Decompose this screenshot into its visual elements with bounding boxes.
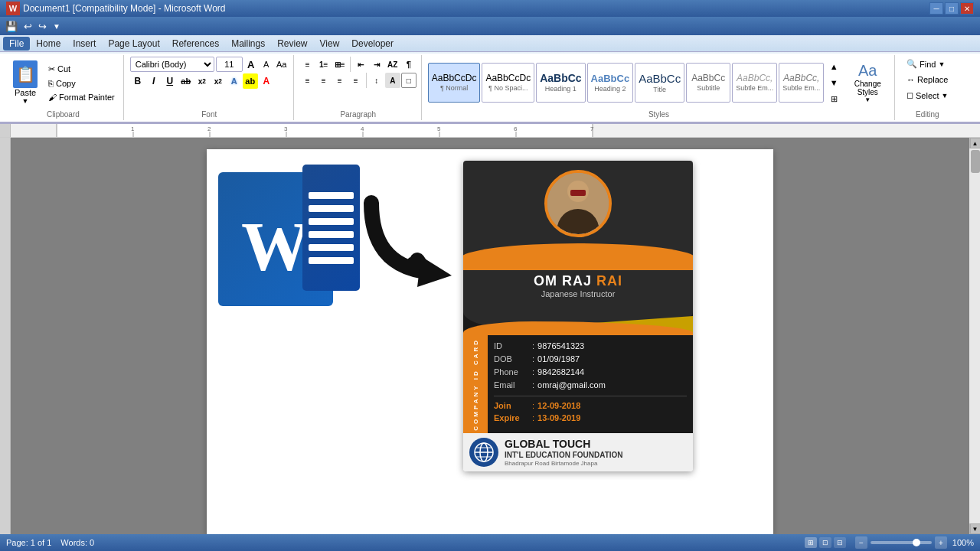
scroll-thumb[interactable]	[971, 150, 980, 173]
select-button[interactable]: ◻ Select ▼	[902, 88, 953, 103]
strikethrough-button[interactable]: ab	[178, 73, 194, 89]
change-styles-button[interactable]: Aa Change Styles ▼	[845, 59, 890, 106]
zoom-slider[interactable]	[871, 541, 932, 544]
style-heading2-preview: AaBbCc	[591, 73, 630, 83]
line-spacing-button[interactable]: ↕	[369, 73, 384, 88]
style-heading1-label: Heading 1	[545, 85, 577, 93]
underline-button[interactable]: U	[162, 73, 178, 89]
style-subtle-em2[interactable]: AaBbCc, Subtle Em...	[779, 63, 824, 103]
text-effect-button[interactable]: A	[227, 73, 242, 89]
orange-wave	[463, 243, 693, 270]
id-value-phone: 9842682144	[537, 367, 584, 377]
id-colon-2: :	[532, 354, 534, 364]
scroll-track[interactable]	[969, 148, 981, 523]
qat-customize-icon[interactable]: ▼	[51, 21, 63, 32]
font-color-button[interactable]: A	[259, 73, 274, 89]
clipboard-buttons: 📋 Paste ▼ ✂ Cut ⎘ Copy	[8, 57, 119, 109]
styles-arrows: ▲ ▼ ⊞	[827, 60, 841, 106]
numbering-button[interactable]: 1≡	[316, 57, 332, 72]
text-highlight-button[interactable]: ab	[243, 73, 258, 89]
style-subtle-em-preview: AaBbCc,	[737, 73, 773, 83]
zoom-slider-thumb	[913, 539, 920, 546]
scroll-up-button[interactable]: ▲	[970, 138, 981, 148]
id-field-email: Email : omraj@gmail.com	[494, 380, 687, 390]
zoom-out-button[interactable]: −	[855, 536, 867, 549]
change-styles-dropdown-icon: ▼	[864, 96, 871, 103]
word-line-1	[309, 192, 354, 199]
increase-indent-button[interactable]: ⇥	[369, 57, 384, 72]
sort-button[interactable]: AZ	[385, 57, 400, 72]
style-title[interactable]: AaBbCc Title	[635, 63, 684, 103]
cut-button[interactable]: ✂ Cut	[44, 63, 119, 76]
scroll-down-button[interactable]: ▼	[970, 523, 981, 534]
close-button[interactable]: ✕	[960, 2, 974, 15]
bullets-button[interactable]: ≡	[300, 57, 315, 72]
styles-scroll-up[interactable]: ▲	[827, 60, 841, 73]
shading-button[interactable]: A	[385, 73, 400, 88]
copy-icon: ⎘	[48, 79, 54, 88]
style-heading1[interactable]: AaBbCc Heading 1	[536, 63, 585, 103]
style-heading2[interactable]: AaBbCc Heading 2	[587, 63, 634, 103]
list-buttons-row: ≡ 1≡ ⊞≡ ⇤ ⇥ AZ ¶	[300, 57, 416, 72]
font-size-input[interactable]	[216, 57, 243, 72]
clipboard-side-buttons: ✂ Cut ⎘ Copy 🖌 Format Painter	[44, 63, 119, 103]
style-no-spacing-preview: AaBbCcDc	[485, 73, 531, 83]
maximize-button[interactable]: □	[945, 2, 959, 15]
menu-review[interactable]: Review	[271, 37, 313, 51]
clear-format-button[interactable]: Aa	[275, 57, 289, 71]
id-card-full-name: OM RAJ RAI	[471, 273, 685, 289]
web-view-button[interactable]: ⊟	[834, 537, 846, 548]
style-subtitle[interactable]: AaBbCc Subtitle	[686, 63, 730, 103]
menu-view[interactable]: View	[314, 37, 346, 51]
clipboard-group-label: Clipboard	[47, 110, 80, 119]
paste-button[interactable]: 📋 Paste ▼	[8, 57, 43, 109]
borders-button[interactable]: □	[401, 73, 416, 88]
style-no-spacing[interactable]: AaBbCcDc ¶ No Spaci...	[482, 63, 534, 103]
find-button[interactable]: 🔍 Find ▼	[902, 57, 949, 71]
grow-font-button[interactable]: A	[244, 57, 258, 71]
styles-more[interactable]: ⊞	[827, 92, 841, 106]
menu-insert[interactable]: Insert	[67, 37, 102, 51]
multilevel-button[interactable]: ⊞≡	[332, 57, 348, 72]
style-subtle-em[interactable]: AaBbCc, Subtle Em...	[732, 63, 777, 103]
font-name-select[interactable]: Calibri (Body)	[130, 57, 214, 72]
menu-home[interactable]: Home	[30, 37, 67, 51]
format-painter-icon: 🖌	[48, 93, 57, 102]
menu-file[interactable]: File	[3, 37, 30, 51]
align-right-button[interactable]: ≡	[332, 73, 348, 88]
menu-mailings[interactable]: Mailings	[225, 37, 271, 51]
bold-button[interactable]: B	[130, 73, 145, 89]
logo-arrow-container: W	[218, 161, 456, 314]
shrink-font-button[interactable]: A	[260, 57, 273, 71]
menu-references[interactable]: References	[166, 37, 225, 51]
qat-save-icon[interactable]: 💾	[3, 19, 20, 34]
styles-scroll-down[interactable]: ▼	[827, 76, 841, 90]
superscript-button[interactable]: x2	[211, 73, 226, 89]
document-canvas[interactable]: W	[11, 138, 969, 534]
zoom-in-button[interactable]: +	[935, 536, 947, 549]
decrease-indent-button[interactable]: ⇤	[353, 57, 368, 72]
id-colon-3: :	[532, 367, 534, 377]
id-card-footer: GLOBAL TOUCH INT'L EDUCATION FOUNDATION …	[463, 433, 693, 471]
qat-undo-icon[interactable]: ↩	[21, 19, 34, 34]
align-center-button[interactable]: ≡	[316, 73, 332, 88]
menu-developer[interactable]: Developer	[345, 37, 400, 51]
copy-button[interactable]: ⎘ Copy	[44, 77, 119, 90]
subscript-button[interactable]: x2	[194, 73, 210, 89]
format-painter-button[interactable]: 🖌 Format Painter	[44, 91, 119, 103]
vertical-scrollbar[interactable]: ▲ ▼	[969, 138, 980, 534]
italic-button[interactable]: I	[146, 73, 162, 89]
minimize-button[interactable]: ─	[929, 2, 943, 15]
show-hide-button[interactable]: ¶	[401, 57, 416, 72]
word-line-4	[309, 231, 354, 238]
style-normal[interactable]: AaBbCcDc ¶ Normal	[428, 63, 481, 103]
print-view-button[interactable]: ⊞	[805, 537, 817, 548]
align-left-button[interactable]: ≡	[300, 73, 315, 88]
justify-button[interactable]: ≡	[348, 73, 364, 88]
full-screen-view-button[interactable]: ⊡	[819, 537, 831, 548]
footer-subtitle: INT'L EDUCATION FOUNDATION	[505, 451, 623, 460]
qat-redo-icon[interactable]: ↪	[36, 19, 49, 34]
select-dropdown-icon: ▼	[942, 92, 949, 99]
menu-page-layout[interactable]: Page Layout	[102, 37, 165, 51]
replace-button[interactable]: ↔ Replace	[902, 73, 952, 86]
